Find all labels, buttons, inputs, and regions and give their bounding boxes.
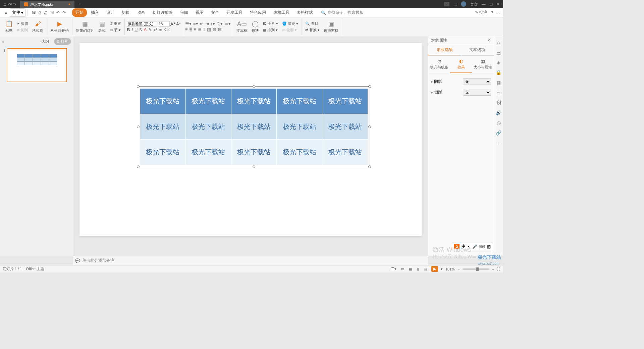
paste-button[interactable]: 📋粘贴 <box>4 19 14 34</box>
tab-security[interactable]: 安全 <box>208 8 222 17</box>
tool-image-icon[interactable]: 🖼 <box>496 100 501 105</box>
slideshow-button[interactable]: ▶ <box>431 266 438 272</box>
save-icon[interactable]: 🖫 <box>32 10 36 15</box>
select-pane-button[interactable]: ▣选择窗格 <box>322 19 340 34</box>
reading-view-icon[interactable]: ▯ <box>415 266 421 272</box>
table-cell[interactable]: 极光下载站 <box>322 114 368 140</box>
ime-punct-icon[interactable]: •, <box>468 244 470 249</box>
new-slide-button[interactable]: ▦新建幻灯片 <box>74 19 96 34</box>
picture-button[interactable]: 🖼 图片 ▾ <box>262 21 279 27</box>
replace-button[interactable]: ⇄ 替换 ▾ <box>304 27 321 33</box>
slides-tab[interactable]: 幻灯片 <box>54 38 71 45</box>
more-para-icon[interactable]: ⊞ <box>218 27 222 32</box>
handle-bot-mid[interactable] <box>253 165 255 168</box>
italic-icon[interactable]: I <box>131 27 133 32</box>
list-level-icon[interactable]: ⊟ <box>213 27 216 32</box>
font-color-icon[interactable]: A <box>144 27 147 32</box>
tool-grid-icon[interactable]: ▦ <box>496 80 501 85</box>
user-avatar[interactable] <box>461 1 466 7</box>
tab-special[interactable]: 特色应用 <box>247 8 269 17</box>
find-button[interactable]: 🔍 查找 <box>304 21 321 27</box>
tool-more-icon[interactable]: ⋯ <box>496 140 501 146</box>
collapse-thumbs-icon[interactable]: « <box>2 40 4 44</box>
zoom-slider[interactable] <box>463 268 489 270</box>
table-cell[interactable]: 极光下载站 <box>277 114 322 140</box>
table-cell[interactable]: 极光下载站 <box>185 140 231 165</box>
tool-sound-icon[interactable]: 🔊 <box>496 110 501 115</box>
tab-review[interactable]: 审阅 <box>177 8 192 17</box>
shadow-select[interactable]: 无 <box>463 78 491 85</box>
tab-table-style[interactable]: 表格样式 <box>293 8 316 17</box>
outline-button[interactable]: ▭ 轮廓 ▾ <box>281 27 300 33</box>
tab-insert[interactable]: 插入 <box>88 8 102 17</box>
play-from-current-button[interactable]: ▶从当前开始 <box>49 19 70 34</box>
numbering-icon[interactable]: ≡▾ <box>193 21 198 26</box>
fit-window-icon[interactable]: ⛶ <box>497 267 500 271</box>
section-button[interactable]: ▭ 节 ▾ <box>108 27 122 33</box>
notes-view-icon[interactable]: ▤ <box>422 266 429 272</box>
font-size-input[interactable] <box>158 21 170 27</box>
align-text-icon[interactable]: ▭▾ <box>224 21 231 26</box>
copy-button[interactable]: ⧉ 复制 <box>15 27 30 33</box>
sorter-view-icon[interactable]: ▦ <box>407 266 414 272</box>
outline-tab[interactable]: 大纲 <box>39 38 52 45</box>
handle-mid-left[interactable] <box>137 126 140 128</box>
handle-mid-right[interactable] <box>368 126 371 128</box>
highlight-icon[interactable]: ✎ <box>148 27 152 32</box>
skin-icon[interactable]: ⬚ <box>453 2 457 6</box>
superscript-icon[interactable]: x² <box>154 27 157 32</box>
align-center-icon[interactable]: ≡ <box>190 27 192 32</box>
table-row[interactable]: 极光下载站 极光下载站 极光下载站 极光下载站 极光下载站 <box>140 89 368 114</box>
table-cell[interactable]: 极光下载站 <box>277 89 322 114</box>
close-pane-icon[interactable]: ✕ <box>488 38 491 43</box>
tool-lock-icon[interactable]: 🔒 <box>496 70 501 75</box>
justify-icon[interactable]: ≣ <box>198 27 202 32</box>
collapse-ribbon-icon[interactable]: ︿ <box>496 10 500 15</box>
tab-animation[interactable]: 动画 <box>134 8 149 17</box>
table-cell[interactable]: 极光下载站 <box>322 89 368 114</box>
reset-button[interactable]: ↺ 重置 <box>108 21 122 27</box>
bullets-icon[interactable]: ☰▾ <box>185 21 192 26</box>
table-object[interactable]: 极光下载站 极光下载站 极光下载站 极光下载站 极光下载站 极光下载站 极光下载… <box>140 88 368 165</box>
notification-badge[interactable]: 1 <box>444 2 449 6</box>
slideshow-dropdown[interactable]: ▾ <box>441 267 443 271</box>
underline-icon[interactable]: U <box>135 27 138 32</box>
text-direction-icon[interactable]: ⇅▾ <box>217 21 223 26</box>
ime-settings-icon[interactable]: ▦ <box>487 244 491 249</box>
table-cell[interactable]: 极光下载站 <box>140 89 186 114</box>
tool-clock-icon[interactable]: ◷ <box>497 120 501 126</box>
indent-decrease-icon[interactable]: ⇤ <box>200 21 204 26</box>
tool-template-icon[interactable]: ▤ <box>496 50 501 55</box>
cut-button[interactable]: ✂ 剪切 <box>15 21 30 27</box>
line-spacing-icon[interactable]: ↕▾ <box>211 21 215 26</box>
annotate-button[interactable]: ✎ 批注 <box>475 10 487 15</box>
redo-icon[interactable]: ↷ <box>62 10 66 15</box>
ime-keyboard-icon[interactable]: ⌨ <box>479 244 485 249</box>
table-cell[interactable]: 极光下载站 <box>140 114 186 140</box>
undo-icon[interactable]: ↶ <box>56 10 60 15</box>
textbox-button[interactable]: A▭文本框 <box>235 19 249 34</box>
layout-button[interactable]: ▤版式 <box>97 19 107 34</box>
minimize-button[interactable]: — <box>482 2 485 6</box>
command-search[interactable]: 🔍 查找命令、搜索模板 <box>321 10 364 15</box>
tab-home[interactable]: 开始 <box>72 8 87 17</box>
arrange-button[interactable]: ▦ 排列 ▾ <box>262 27 279 33</box>
tab-table-tools[interactable]: 表格工具 <box>270 8 293 17</box>
table-cell[interactable]: 极光下载站 <box>140 140 186 165</box>
tool-resource-icon[interactable]: ◈ <box>497 60 500 65</box>
handle-bot-left[interactable] <box>137 165 140 168</box>
tab-view[interactable]: 视图 <box>192 8 207 17</box>
tab-devtools[interactable]: 开发工具 <box>223 8 246 17</box>
table-cell[interactable]: 极光下载站 <box>185 114 231 140</box>
zoom-in-icon[interactable]: + <box>492 267 494 271</box>
table-cell[interactable]: 极光下载站 <box>231 89 277 114</box>
table-cell[interactable]: 极光下载站 <box>322 140 368 165</box>
zoom-out-icon[interactable]: − <box>458 267 460 271</box>
slide-table[interactable]: 极光下载站 极光下载站 极光下载站 极光下载站 极光下载站 极光下载站 极光下载… <box>140 88 368 165</box>
print-icon[interactable]: 🖨 <box>44 10 48 15</box>
tab-transition[interactable]: 切换 <box>118 8 133 17</box>
decrease-font-icon[interactable]: A⁻ <box>176 22 181 26</box>
strike-icon[interactable]: S̶ <box>139 27 142 32</box>
help-icon[interactable]: ? <box>491 10 493 15</box>
clear-format-icon[interactable]: ⌫ <box>164 27 170 32</box>
